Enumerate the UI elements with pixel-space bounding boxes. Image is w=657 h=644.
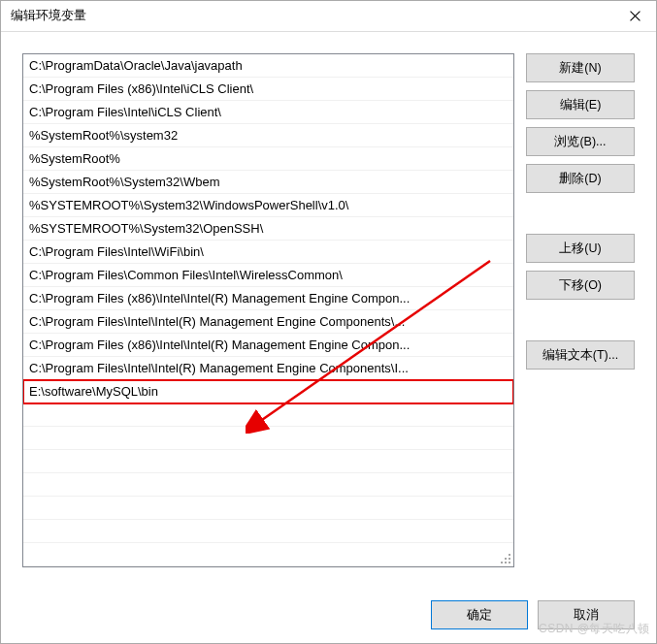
svg-point-3: [505, 558, 507, 560]
path-row[interactable]: C:\Program Files (x86)\Intel\Intel(R) Ma…: [23, 287, 513, 310]
move-up-button[interactable]: 上移(U): [526, 234, 635, 263]
button-sidebar: 新建(N) 编辑(E) 浏览(B)... 删除(D) 上移(U) 下移(O) 编…: [526, 53, 635, 587]
edit-button[interactable]: 编辑(E): [526, 90, 635, 119]
path-row[interactable]: C:\Program Files\Intel\Intel(R) Manageme…: [23, 310, 513, 334]
svg-point-2: [509, 554, 510, 556]
watermark-text: CSDN @每天吃八顿: [539, 621, 650, 637]
path-row[interactable]: C:\ProgramData\Oracle\Java\javapath: [23, 54, 513, 78]
empty-grid: [23, 403, 513, 566]
svg-point-6: [505, 562, 507, 564]
path-row-highlighted[interactable]: E:\software\MySQL\bin: [23, 380, 513, 403]
delete-button[interactable]: 删除(D): [526, 164, 635, 193]
svg-point-5: [501, 562, 503, 564]
close-button[interactable]: [613, 2, 656, 31]
new-button[interactable]: 新建(N): [526, 53, 635, 82]
move-down-button[interactable]: 下移(O): [526, 271, 635, 300]
close-icon: [630, 11, 641, 21]
resize-grip-icon: [498, 551, 511, 564]
path-row[interactable]: %SYSTEMROOT%\System32\WindowsPowerShell\…: [23, 194, 513, 217]
path-row[interactable]: %SystemRoot%\System32\Wbem: [23, 171, 513, 194]
path-row[interactable]: %SystemRoot%: [23, 147, 513, 171]
path-row[interactable]: C:\Program Files\Intel\iCLS Client\: [23, 101, 513, 124]
window-title: 编辑环境变量: [11, 8, 86, 24]
browse-button[interactable]: 浏览(B)...: [526, 127, 635, 156]
path-listbox[interactable]: C:\ProgramData\Oracle\Java\javapath C:\P…: [22, 53, 514, 567]
path-row[interactable]: C:\Program Files\Intel\WiFi\bin\: [23, 241, 513, 264]
path-row[interactable]: C:\Program Files\Intel\Intel(R) Manageme…: [23, 357, 513, 380]
path-row[interactable]: C:\Program Files\Common Files\Intel\Wire…: [23, 264, 513, 287]
svg-point-7: [509, 562, 510, 564]
edit-env-var-dialog: 编辑环境变量 C:\ProgramData\Oracle\Java\javapa…: [0, 0, 657, 644]
svg-point-4: [509, 558, 510, 560]
path-row[interactable]: %SystemRoot%\system32: [23, 124, 513, 147]
path-row[interactable]: %SYSTEMROOT%\System32\OpenSSH\: [23, 217, 513, 241]
ok-button[interactable]: 确定: [431, 600, 528, 629]
content-area: C:\ProgramData\Oracle\Java\javapath C:\P…: [1, 32, 656, 587]
path-row[interactable]: C:\Program Files (x86)\Intel\Intel(R) Ma…: [23, 334, 513, 357]
path-row[interactable]: C:\Program Files (x86)\Intel\iCLS Client…: [23, 78, 513, 101]
titlebar: 编辑环境变量: [1, 1, 656, 32]
edit-text-button[interactable]: 编辑文本(T)...: [526, 340, 635, 370]
